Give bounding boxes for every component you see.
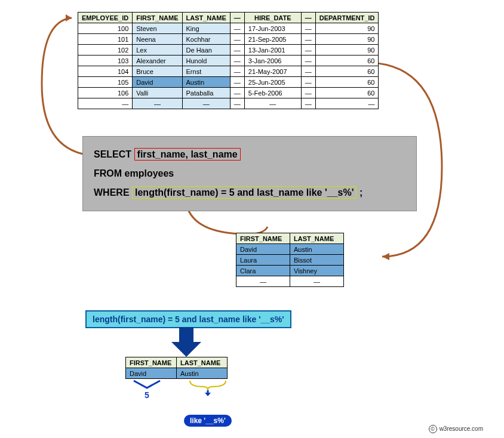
cell-last-name: Austin <box>177 368 228 379</box>
table-row: DavidAustin <box>236 244 344 255</box>
length-annotation: 5 <box>133 380 161 400</box>
sql-where-kw: WHERE <box>94 187 130 198</box>
table-row: 101NeenaKochhar—21-Sep-2005—90 <box>78 34 379 45</box>
table-row: ClaraVishney <box>236 266 344 276</box>
like-label: like '__s%' <box>184 415 232 427</box>
th-first-name: FIRST_NAME <box>236 233 290 244</box>
sql-statement: SELECT first_name, last_name FROM employ… <box>82 136 417 211</box>
employees-table: EMPLOYEE_ID FIRST_NAME LAST_NAME — HIRE_… <box>78 12 379 109</box>
th-last-name: LAST_NAME <box>182 13 230 23</box>
cell-first-name: David <box>126 368 177 379</box>
table-row-ellipsis: — — — — — — — <box>78 98 379 109</box>
svg-marker-5 <box>205 393 211 396</box>
th-last-name: LAST_NAME <box>290 233 344 244</box>
filter-expression: length(first_name) = 5 and last_name lik… <box>85 310 291 328</box>
like-annotation: like '__s%' <box>184 380 232 427</box>
th-gap2: — <box>301 13 315 23</box>
th-last-name: LAST_NAME <box>177 357 228 368</box>
table-row: 102LexDe Haan—13-Jan-2001—90 <box>78 45 379 55</box>
svg-marker-1 <box>382 253 389 260</box>
table-row: 105DavidAustin—25-Jun-2005—60 <box>78 77 379 88</box>
copyright: w3resource.com <box>429 425 483 433</box>
single-row-table: FIRST_NAME LAST_NAME David Austin <box>125 357 228 379</box>
th-first-name: FIRST_NAME <box>133 13 182 23</box>
table-row: 104BruceErnst—21-May-2007—60 <box>78 66 379 77</box>
sql-semicolon: ; <box>359 187 362 198</box>
th-first-name: FIRST_NAME <box>126 357 177 368</box>
sql-select-cols: first_name, last_name <box>134 148 241 161</box>
table-row: 100StevenKing—17-Jun-2003—90 <box>78 23 379 34</box>
table-row-ellipsis: — — <box>236 276 344 287</box>
arrow-down-icon <box>168 327 204 360</box>
result-table: FIRST_NAME LAST_NAME DavidAustinLauraBis… <box>236 233 344 287</box>
table-row: 106ValliPataballa—5-Feb-2006—60 <box>78 88 379 98</box>
sql-from: FROM employees <box>94 164 405 183</box>
sql-where-clause: length(first_name) = 5 and last_name lik… <box>132 186 357 199</box>
table-row: LauraBissot <box>236 255 344 266</box>
svg-rect-2 <box>179 327 193 342</box>
th-hire-date: HIRE_DATE <box>244 13 301 23</box>
sql-select-kw: SELECT <box>94 149 131 159</box>
svg-marker-0 <box>66 14 72 21</box>
th-dept-id: DEPARTMENT_ID <box>315 13 379 23</box>
th-employee-id: EMPLOYEE_ID <box>78 13 133 23</box>
table-row: 103AlexanderHunold—3-Jan-2006—60 <box>78 55 379 66</box>
length-value: 5 <box>133 390 161 400</box>
table-row: David Austin <box>126 368 228 379</box>
th-gap: — <box>230 13 244 23</box>
svg-marker-3 <box>171 342 201 357</box>
